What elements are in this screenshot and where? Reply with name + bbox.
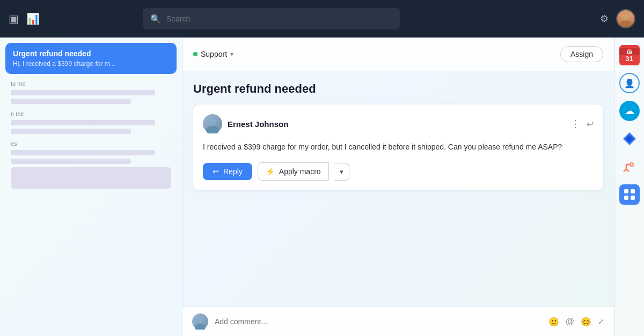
gear-icon[interactable]: ⚙	[600, 13, 609, 25]
skeleton-box	[11, 167, 171, 189]
salesforce-icon[interactable]: ☁	[619, 101, 640, 121]
svg-point-1	[620, 21, 631, 28]
status-label: Support	[201, 50, 227, 58]
comment-icons: 🙂 @ 😊 ⤢	[548, 317, 604, 327]
skeleton-line	[11, 99, 131, 104]
skeleton-line	[11, 159, 131, 164]
reaction-icon[interactable]: 😊	[581, 317, 591, 327]
contact-icon[interactable]: 👤	[619, 73, 640, 93]
topbar: ▣ 📊 🔍 ⚙	[0, 0, 644, 38]
sender-avatar	[203, 114, 222, 133]
message-footer: ↩ Reply ⚡ Apply macro ▾	[203, 162, 594, 181]
message-card: Ernest Johnson ⋮ ↩ I received a $399 cha…	[193, 104, 603, 190]
skeleton-meta-1: to me	[11, 80, 171, 87]
skeleton-item-1: to me	[11, 80, 171, 104]
center-content: Support ▾ Assign Urgent refund needed Er…	[182, 38, 614, 336]
expand-icon[interactable]: ⤢	[598, 317, 604, 326]
left-sidebar: Urgent refund needed Hi, I received a $3…	[0, 38, 182, 336]
skeleton-line	[11, 129, 131, 134]
comment-input[interactable]	[215, 317, 542, 326]
apply-macro-label: Apply macro	[279, 167, 321, 176]
hubspot-icon[interactable]	[619, 156, 640, 177]
comment-bar: 🙂 @ 😊 ⤢	[182, 307, 614, 336]
svg-point-2	[209, 118, 216, 125]
emoji-icon[interactable]: 🙂	[548, 317, 559, 327]
reply-arrow-icon: ↩	[213, 167, 219, 176]
macro-dropdown-button[interactable]: ▾	[334, 163, 349, 181]
active-ticket-preview: Hi, I received a $399 charge for m...	[13, 60, 169, 68]
assign-button[interactable]: Assign	[560, 46, 603, 62]
sender-name: Ernest Johnson	[228, 120, 288, 129]
apply-macro-button[interactable]: ⚡ Apply macro	[258, 162, 329, 181]
skeleton-item-2: n me	[11, 110, 171, 134]
svg-point-3	[206, 126, 219, 133]
svg-rect-14	[624, 189, 628, 193]
status-dot	[193, 52, 197, 56]
skeleton-meta-3: es	[11, 140, 171, 147]
search-bar[interactable]: 🔍	[143, 8, 400, 29]
diamond-icon[interactable]	[619, 129, 640, 149]
support-badge: Support ▾	[193, 50, 233, 58]
skeleton-line	[11, 90, 155, 95]
more-options-icon[interactable]: ⋮	[570, 118, 580, 130]
message-header: Ernest Johnson ⋮ ↩	[203, 114, 594, 133]
active-ticket-title: Urgent refund needed	[13, 49, 169, 58]
search-icon: 🔍	[150, 14, 161, 24]
ticket-header: Support ▾ Assign	[182, 38, 614, 71]
svg-rect-17	[631, 196, 635, 200]
message-actions: ⋮ ↩	[570, 118, 594, 130]
reply-button[interactable]: ↩ Reply	[203, 163, 252, 180]
chevron-down-icon: ▾	[340, 168, 343, 176]
avatar[interactable]	[616, 9, 635, 28]
reply-icon[interactable]: ↩	[587, 119, 594, 129]
main-layout: Urgent refund needed Hi, I received a $3…	[0, 38, 644, 336]
svg-point-4	[197, 316, 203, 323]
skeleton-meta-2: n me	[11, 110, 171, 117]
macro-icon: ⚡	[266, 167, 275, 176]
ticket-body: Urgent refund needed Ernest Johnson ⋮ ↩	[182, 71, 614, 307]
avatar-image	[617, 10, 634, 27]
skeleton-line	[11, 150, 155, 155]
search-input[interactable]	[166, 14, 393, 23]
svg-line-12	[626, 169, 629, 171]
svg-point-0	[623, 13, 629, 20]
calendar-icon[interactable]: 📅 31	[619, 45, 640, 65]
svg-rect-16	[624, 196, 628, 200]
comment-avatar	[192, 313, 208, 330]
chevron-down-icon[interactable]: ▾	[230, 50, 233, 58]
grid-icon[interactable]	[619, 184, 640, 205]
topbar-right: ⚙	[600, 9, 635, 28]
reply-label: Reply	[223, 167, 243, 176]
active-ticket-item[interactable]: Urgent refund needed Hi, I received a $3…	[5, 43, 177, 74]
topbar-left-icons: ▣ 📊	[9, 12, 40, 25]
svg-line-13	[624, 169, 626, 171]
ticket-title: Urgent refund needed	[193, 82, 603, 96]
message-text: I received a $399 charge for my order, b…	[203, 141, 594, 153]
svg-point-5	[195, 324, 206, 330]
analytics-icon[interactable]: 📊	[26, 12, 40, 25]
skeleton-line	[11, 120, 155, 125]
inbox-icon[interactable]: ▣	[9, 12, 19, 25]
mention-icon[interactable]: @	[566, 317, 574, 326]
svg-rect-15	[631, 189, 635, 193]
skeleton-item-3: es	[11, 140, 171, 189]
right-sidebar: 📅 31 👤 ☁	[614, 38, 644, 336]
svg-point-9	[631, 163, 633, 166]
